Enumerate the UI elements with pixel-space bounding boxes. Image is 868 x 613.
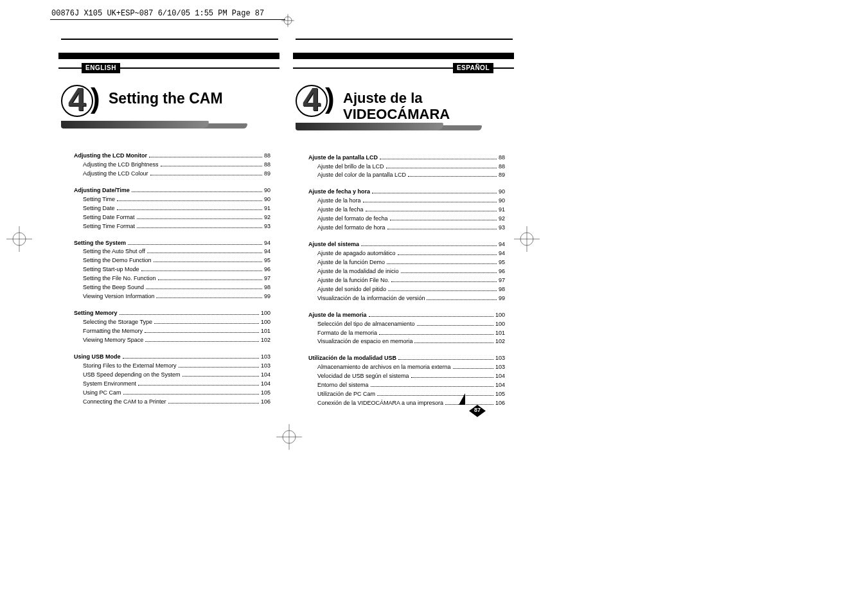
- toc-item-label: Ajuste de la modalidad de inicio: [317, 267, 399, 276]
- toc-heading-page: 94: [499, 240, 505, 249]
- toc-item-page: 98: [499, 285, 505, 294]
- toc-item: Viewing Memory Space102: [74, 336, 270, 345]
- chapter-title-left: Setting the CAM: [109, 90, 223, 107]
- print-slug-line: [50, 19, 285, 20]
- toc-item-page: 94: [499, 249, 505, 258]
- toc-heading-label: Ajuste del sistema: [308, 240, 359, 249]
- toc-item-page: 104: [261, 371, 270, 380]
- toc-item-page: 95: [499, 258, 505, 267]
- toc-item-page: 92: [264, 213, 270, 222]
- toc-item-label: Setting Time Format: [83, 222, 135, 231]
- toc-item-label: Selecting the Storage Type: [83, 318, 152, 327]
- toc-item: Selección del tipo de almacenamiento100: [308, 320, 505, 329]
- toc-item-label: Ajuste del formato de hora: [317, 224, 385, 233]
- toc-item-label: Ajuste del formato de fecha: [317, 215, 388, 224]
- toc-dots: [398, 359, 493, 360]
- toc-item: Setting the Auto Shut off94: [74, 247, 270, 256]
- toc-item-label: Ajuste del sonido del pitido: [317, 285, 386, 294]
- toc-item-page: 88: [264, 161, 270, 170]
- toc-item: Setting Date91: [74, 204, 270, 213]
- toc-item-page: 89: [499, 171, 505, 180]
- toc-item-label: Velocidad de USB según el sistema: [317, 372, 409, 381]
- toc-item-label: Using PC Cam: [83, 389, 121, 398]
- toc-item-page: 101: [495, 329, 505, 338]
- toc-item-label: System Environment: [83, 380, 136, 389]
- toc-item-page: 91: [499, 206, 505, 215]
- chapter-title-right: Ajuste de laVIDEOCÁMARA: [343, 90, 450, 123]
- chapter-heading-left: ) 4 Setting the CAM: [61, 84, 279, 121]
- toc-heading-label: Ajuste de la memoria: [308, 311, 367, 320]
- toc-heading: Ajuste del sistema94: [308, 240, 505, 249]
- toc-item-label: Utilización de PC Cam: [317, 390, 375, 399]
- chapter-number: 4: [303, 81, 321, 118]
- swoosh-divider-left: [75, 120, 268, 135]
- toc-dots: [137, 218, 262, 219]
- toc-item-page: 96: [499, 267, 505, 276]
- toc-item-label: Ajuste de apagado automático: [317, 249, 396, 258]
- toc-section: Using USB Mode103Storing Files to the Ex…: [74, 353, 270, 407]
- toc-item: USB Speed depending on the System104: [74, 371, 270, 380]
- toc-item-label: Conexión de la VIDEOCÁMARA a una impreso…: [317, 399, 443, 408]
- toc-item-label: Viewing Memory Space: [83, 336, 143, 345]
- toc-dots: [372, 193, 497, 193]
- toc-item-page: 104: [495, 372, 505, 381]
- toc-item-page: 98: [264, 283, 270, 292]
- toc-item-label: Setting the Auto Shut off: [83, 247, 145, 256]
- toc-dots: [145, 332, 259, 333]
- toc-dots: [366, 211, 497, 211]
- toc-item: Visualización de espacio en memoria102: [308, 337, 505, 346]
- toc-item: Setting the Demo Function95: [74, 256, 270, 265]
- toc-item-page: 100: [261, 318, 270, 327]
- toc-item-label: Visualización de espacio en memoria: [317, 337, 412, 346]
- toc-item-label: Ajuste de la función Demo: [317, 258, 385, 267]
- toc-item: Ajuste de la función Demo95: [308, 258, 505, 267]
- toc-heading-page: 88: [499, 154, 505, 163]
- toc-item-page: 105: [495, 390, 505, 399]
- toc-dots: [120, 314, 259, 315]
- toc-item-label: USB Speed depending on the System: [83, 371, 181, 380]
- toc-section: Ajuste de la memoria100Selección del tip…: [308, 311, 505, 347]
- toc-heading: Ajuste de la memoria100: [308, 311, 505, 320]
- toc-item-page: 95: [264, 256, 270, 265]
- toc-item: Setting Start-up Mode96: [74, 265, 270, 274]
- toc-dots: [123, 358, 259, 359]
- toc-dots: [387, 263, 497, 264]
- toc-dots: [377, 395, 493, 396]
- toc-dots: [390, 220, 497, 220]
- toc-item: Connecting the CAM to a Printer106: [74, 398, 270, 407]
- toc-item-page: 93: [499, 224, 505, 233]
- toc-dots: [179, 367, 259, 368]
- toc-item-label: Adjusting the LCD Colour: [83, 170, 148, 179]
- toc-item-label: Entorno del sistema: [317, 381, 369, 390]
- toc-dots: [388, 290, 497, 291]
- registration-mark-right-icon: [514, 226, 540, 252]
- toc-item-page: 103: [495, 363, 505, 372]
- toc-dots: [128, 244, 262, 245]
- toc-item: Setting the Beep Sound98: [74, 283, 270, 292]
- toc-heading: Setting the System94: [74, 239, 270, 248]
- toc-dots: [411, 377, 493, 378]
- toc-item-page: 93: [264, 222, 270, 231]
- toc-heading-label: Setting Memory: [74, 309, 118, 318]
- toc-item-label: Setting Start-up Mode: [83, 265, 139, 274]
- toc-dots: [371, 386, 493, 387]
- toc-item: Visualización de la información de versi…: [308, 294, 505, 303]
- toc-item: Ajuste de apagado automático94: [308, 249, 505, 258]
- toc-item: Ajuste de la función File No.97: [308, 276, 505, 285]
- toc-dots: [137, 227, 262, 228]
- toc-item-label: Ajuste de la fecha: [317, 206, 364, 215]
- toc-item-page: 97: [499, 276, 505, 285]
- toc-heading-label: Adjusting Date/Time: [74, 186, 130, 195]
- toc-item-label: Ajuste del brillo de la LCD: [317, 163, 384, 172]
- toc-item-page: 94: [264, 247, 270, 256]
- toc-item-label: Almacenamiento de archivos en la memoria…: [317, 363, 451, 372]
- toc-item: Ajuste del brillo de la LCD88: [308, 163, 505, 172]
- toc-item: Setting the File No. Function97: [74, 274, 270, 283]
- toc-item-page: 88: [499, 163, 505, 172]
- toc-item-page: 90: [499, 197, 505, 206]
- toc-dots: [453, 368, 493, 369]
- toc-item-page: 101: [261, 327, 270, 336]
- toc-item-label: Setting Time: [83, 195, 115, 204]
- toc-heading: Ajuste de fecha y hora90: [308, 188, 505, 197]
- toc-left: Adjusting the LCD Monitor88Adjusting the…: [74, 152, 270, 406]
